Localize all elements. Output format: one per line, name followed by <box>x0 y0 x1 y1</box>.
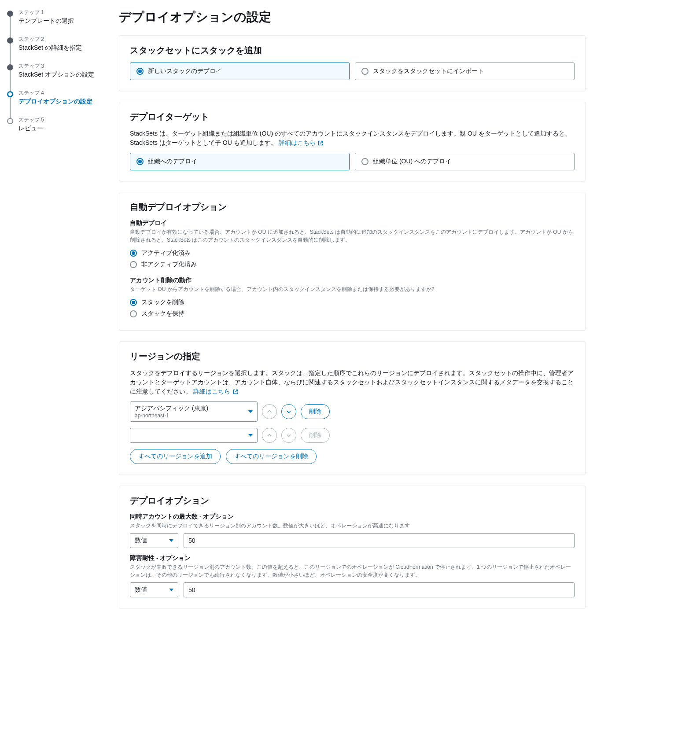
select-value: 数値 <box>135 586 164 594</box>
region-select[interactable] <box>130 428 258 443</box>
panel-heading: デプロイターゲット <box>130 111 575 123</box>
step-number: ステップ 1 <box>18 9 119 16</box>
step-3[interactable]: ステップ 3 StackSet オプションの設定 <box>7 63 119 89</box>
chevron-up-icon <box>266 409 273 415</box>
caret-down-icon <box>248 410 253 413</box>
caret-down-icon <box>169 589 173 591</box>
region-select[interactable]: アジアパシフィック (東京) ap-northeast-1 <box>130 401 258 422</box>
panel-description: StackSets は、ターゲット組織または組織単位 (OU) のすべてのアカウ… <box>130 129 575 147</box>
radio-delete-stacks[interactable]: スタックを削除 <box>130 297 575 308</box>
radio-icon <box>130 310 137 317</box>
failure-tolerance-mode-select[interactable]: 数値 <box>130 582 178 597</box>
panel-auto-deploy: 自動デプロイオプション 自動デプロイ 自動デプロイが有効になっている場合、アカウ… <box>119 192 586 331</box>
move-down-button <box>281 428 296 443</box>
field-label-max-concurrent: 同時アカウントの最大数 - オプション <box>130 513 575 521</box>
chevron-down-icon <box>286 409 292 415</box>
max-concurrent-input[interactable] <box>184 533 575 548</box>
panel-description: スタックをデプロイするリージョンを選択します。スタックは、指定した順序でこれらの… <box>130 368 575 396</box>
caret-down-icon <box>169 539 173 542</box>
add-all-regions-button[interactable]: すべてのリージョンを追加 <box>130 449 221 464</box>
field-hint: 自動デプロイが有効になっている場合、アカウントが OU に追加されると、Stac… <box>130 228 575 244</box>
region-row: 削除 <box>130 428 575 443</box>
radio-icon <box>136 158 144 165</box>
learn-more-link[interactable]: 詳細はこちら <box>193 388 238 395</box>
step-title: StackSet の詳細を指定 <box>18 44 119 52</box>
radio-icon <box>130 250 137 257</box>
step-title: テンプレートの選択 <box>18 17 119 25</box>
step-5[interactable]: ステップ 5 レビュー <box>7 116 119 133</box>
radio-icon <box>361 68 368 75</box>
field-hint: スタックを同時にデプロイできるリージョン別のアカウント数。数値が大きいほど、オペ… <box>130 522 575 530</box>
step-2[interactable]: ステップ 2 StackSet の詳細を指定 <box>7 36 119 63</box>
max-concurrent-mode-select[interactable]: 数値 <box>130 533 178 548</box>
panel-heading: リージョンの指定 <box>130 350 575 362</box>
tile-label: 新しいスタックのデプロイ <box>148 67 222 75</box>
move-up-button <box>262 428 277 443</box>
radio-auto-inactive[interactable]: 非アクティブ化済み <box>130 259 575 270</box>
step-dot-icon <box>7 118 13 124</box>
tile-deploy-to-org[interactable]: 組織へのデプロイ <box>130 153 350 170</box>
failure-tolerance-input[interactable] <box>184 582 575 597</box>
panel-deploy-options: デプロイオプション 同時アカウントの最大数 - オプション スタックを同時にデプ… <box>119 486 586 608</box>
step-title: レビュー <box>18 125 119 133</box>
caret-down-icon <box>248 434 253 437</box>
panel-regions: リージョンの指定 スタックをデプロイするリージョンを選択します。スタックは、指定… <box>119 341 586 475</box>
radio-icon <box>130 261 137 268</box>
remove-all-regions-button[interactable]: すべてのリージョンを削除 <box>226 449 317 464</box>
radio-label: スタックを保持 <box>141 310 184 318</box>
radio-label: アクティブ化済み <box>141 249 191 257</box>
radio-icon <box>130 299 137 306</box>
step-dot-icon <box>7 11 13 17</box>
panel-heading: デプロイオプション <box>130 495 575 507</box>
field-label-account-removal: アカウント削除の動作 <box>130 276 575 284</box>
external-link-icon <box>318 140 323 146</box>
page-title: デプロイオプションの設定 <box>119 9 586 26</box>
radio-auto-active[interactable]: アクティブ化済み <box>130 247 575 259</box>
field-label-auto-deploy: 自動デプロイ <box>130 219 575 227</box>
field-hint: スタックが失敗できるリージョン別のアカウント数。この値を超えると、このリージョン… <box>130 563 575 579</box>
field-hint: ターゲット OU からアカウントを削除する場合、アカウント内のスタックインスタン… <box>130 285 575 293</box>
radio-label: 非アクティブ化済み <box>141 261 197 269</box>
tile-label: スタックをスタックセットにインポート <box>373 67 484 75</box>
panel-heading: 自動デプロイオプション <box>130 201 575 213</box>
select-value: 数値 <box>135 537 164 545</box>
step-1[interactable]: ステップ 1 テンプレートの選択 <box>7 9 119 36</box>
step-number: ステップ 3 <box>18 63 119 70</box>
tile-label: 組織単位 (OU) へのデプロイ <box>373 158 451 166</box>
tile-deploy-new-stacks[interactable]: 新しいスタックのデプロイ <box>130 63 350 80</box>
field-label-failure-tolerance: 障害耐性 - オプション <box>130 554 575 562</box>
step-number: ステップ 2 <box>18 36 119 43</box>
tile-import-stacks[interactable]: スタックをスタックセットにインポート <box>355 63 575 80</box>
step-dot-icon <box>7 37 13 44</box>
remove-region-button: 削除 <box>301 428 330 443</box>
remove-region-button[interactable]: 削除 <box>301 404 330 419</box>
move-down-button[interactable] <box>281 404 296 419</box>
step-title: デプロイオプションの設定 <box>18 98 119 106</box>
main-content: デプロイオプションの設定 スタックセットにスタックを追加 新しいスタックのデプロ… <box>119 9 586 619</box>
region-row: アジアパシフィック (東京) ap-northeast-1 削除 <box>130 401 575 422</box>
panel-heading: スタックセットにスタックを追加 <box>130 44 575 56</box>
radio-retain-stacks[interactable]: スタックを保持 <box>130 308 575 320</box>
chevron-up-icon <box>266 432 273 438</box>
tile-deploy-to-ou[interactable]: 組織単位 (OU) へのデプロイ <box>355 153 575 170</box>
panel-add-stacks: スタックセットにスタックを追加 新しいスタックのデプロイ スタックをスタックセッ… <box>119 35 586 91</box>
radio-label: スタックを削除 <box>141 298 184 306</box>
step-4[interactable]: ステップ 4 デプロイオプションの設定 <box>7 89 119 116</box>
region-name: アジアパシフィック (東京) <box>135 405 243 412</box>
step-dot-icon <box>7 64 13 70</box>
step-dot-icon <box>7 91 13 97</box>
move-up-button <box>262 404 277 419</box>
external-link-icon <box>233 389 238 394</box>
step-number: ステップ 4 <box>18 89 119 97</box>
chevron-down-icon <box>286 432 292 438</box>
wizard-stepper: ステップ 1 テンプレートの選択 ステップ 2 StackSet の詳細を指定 … <box>4 9 119 619</box>
tile-label: 組織へのデプロイ <box>148 158 197 166</box>
step-title: StackSet オプションの設定 <box>18 71 119 79</box>
step-number: ステップ 5 <box>18 116 119 124</box>
panel-deploy-target: デプロイターゲット StackSets は、ターゲット組織または組織単位 (OU… <box>119 102 586 181</box>
radio-icon <box>361 158 368 165</box>
learn-more-link[interactable]: 詳細はこちら <box>279 139 324 146</box>
region-code: ap-northeast-1 <box>135 412 243 419</box>
radio-icon <box>136 68 144 75</box>
